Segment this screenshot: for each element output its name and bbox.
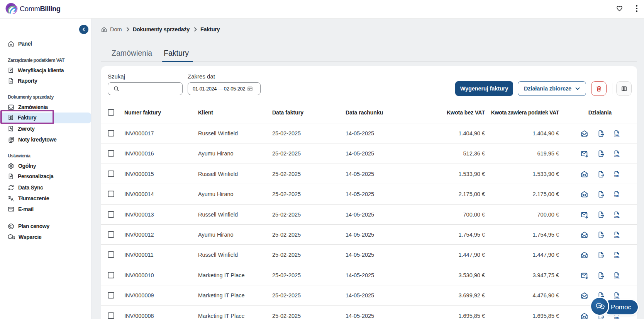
svg-text:XML: XML: [614, 317, 620, 319]
svg-text:XML: XML: [614, 215, 620, 218]
svg-text:XML: XML: [614, 276, 620, 279]
svg-text:XML: XML: [614, 256, 620, 258]
svg-text:XML: XML: [614, 296, 620, 299]
svg-text:XML: XML: [614, 195, 620, 198]
svg-text:XML: XML: [614, 175, 620, 177]
svg-text:XML: XML: [614, 134, 620, 137]
svg-text:XML: XML: [614, 235, 620, 238]
svg-text:XML: XML: [614, 154, 620, 157]
